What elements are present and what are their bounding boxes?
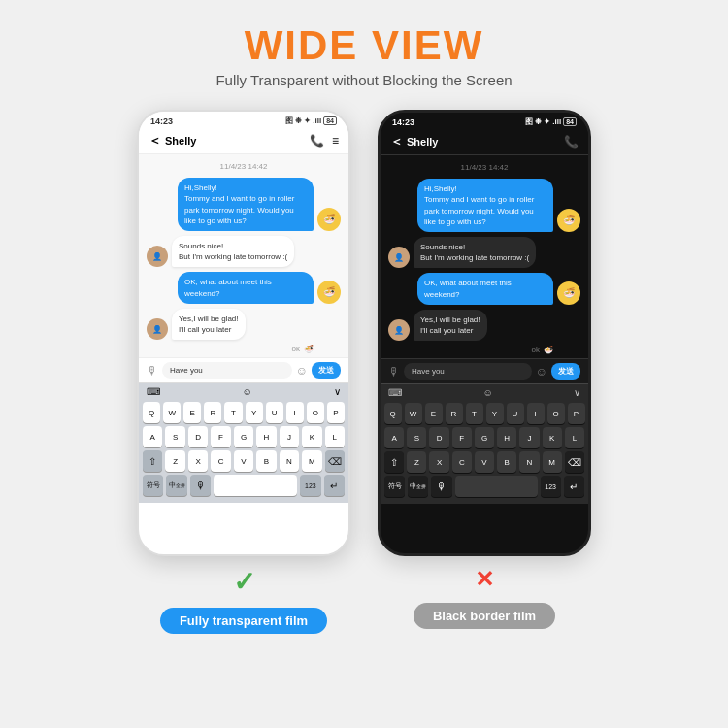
key-n-left[interactable]: N bbox=[280, 450, 299, 472]
key-t-right[interactable]: T bbox=[466, 403, 483, 424]
key-mic-right[interactable]: 🎙 bbox=[431, 476, 451, 497]
phone-icon-left[interactable]: 📞 bbox=[310, 134, 324, 148]
avatar-sent-2-left: 🍜 bbox=[317, 281, 341, 304]
key-r-right[interactable]: R bbox=[446, 403, 463, 424]
key-p-left[interactable]: P bbox=[327, 402, 345, 423]
key-a-right[interactable]: A bbox=[384, 427, 404, 448]
key-c-left[interactable]: C bbox=[211, 450, 230, 472]
key-n-right[interactable]: N bbox=[519, 451, 539, 473]
bubble-recv-1-right: Sounds nice!But I'm working late tomorro… bbox=[414, 237, 536, 268]
mic-icon-left[interactable]: 🎙 bbox=[147, 364, 158, 378]
back-arrow-right[interactable]: ＜ bbox=[390, 133, 403, 150]
key-l-right[interactable]: L bbox=[565, 427, 584, 448]
chat-header-right: ＜ Shelly 📞 bbox=[381, 129, 588, 155]
keyboard-row-4-left: 符号 中全拼 🎙 123 ↵ bbox=[143, 475, 345, 496]
kb-icon-3-left[interactable]: ∨ bbox=[334, 386, 341, 397]
status-icons-left: 图 ❉ ✦ .ill 84 bbox=[285, 116, 337, 126]
key-cn-left[interactable]: 中全拼 bbox=[166, 475, 186, 496]
key-f-left[interactable]: F bbox=[211, 426, 230, 447]
bubble-recv-1-left: Sounds nice!But I'm working late tomorro… bbox=[172, 236, 294, 267]
key-b-right[interactable]: B bbox=[497, 451, 516, 473]
key-y-right[interactable]: Y bbox=[486, 403, 504, 424]
key-j-left[interactable]: J bbox=[280, 426, 299, 447]
key-d-left[interactable]: D bbox=[188, 426, 208, 447]
key-k-left[interactable]: K bbox=[302, 426, 321, 447]
send-button-right[interactable]: 发送 bbox=[551, 363, 580, 380]
key-sym-left[interactable]: 符号 bbox=[143, 475, 163, 496]
cross-icon-right: ✕ bbox=[475, 566, 494, 593]
key-y-left[interactable]: Y bbox=[246, 402, 263, 423]
key-del-right[interactable]: ⌫ bbox=[565, 451, 584, 473]
key-123-left[interactable]: 123 bbox=[300, 475, 320, 496]
key-z-right[interactable]: Z bbox=[407, 451, 426, 473]
keyboard-row-2-right: A S D F G H J K L bbox=[384, 427, 584, 448]
kb-icon-2-right[interactable]: ☺ bbox=[482, 387, 492, 398]
key-f-right[interactable]: F bbox=[452, 427, 472, 448]
menu-icon-left[interactable]: ≡ bbox=[332, 134, 339, 148]
key-h-right[interactable]: H bbox=[497, 427, 516, 448]
key-sym-right[interactable]: 符号 bbox=[384, 476, 405, 497]
key-v-right[interactable]: V bbox=[475, 451, 494, 473]
key-a-left[interactable]: A bbox=[143, 426, 162, 447]
key-x-right[interactable]: X bbox=[429, 451, 448, 473]
input-field-right[interactable]: Have you bbox=[404, 363, 532, 380]
key-123-right[interactable]: 123 bbox=[541, 476, 561, 497]
key-enter-right[interactable]: ↵ bbox=[564, 476, 584, 497]
kb-icon-1-right[interactable]: ⌨ bbox=[388, 387, 402, 398]
key-e-right[interactable]: E bbox=[425, 403, 443, 424]
key-i-left[interactable]: I bbox=[286, 402, 304, 423]
key-r-left[interactable]: R bbox=[204, 402, 221, 423]
phone-left-wrapper: 14:23 图 ❉ ✦ .ill 84 ＜ Shelly 📞 ≡ 11/4/23… bbox=[137, 110, 350, 634]
keyboard-toolbar-right: ⌨ ☺ ∨ bbox=[381, 383, 588, 401]
key-s-right[interactable]: S bbox=[407, 427, 426, 448]
key-x-left[interactable]: X bbox=[188, 450, 208, 472]
kb-icon-2-left[interactable]: ☺ bbox=[242, 386, 251, 397]
key-enter-left[interactable]: ↵ bbox=[324, 475, 345, 496]
key-w-left[interactable]: W bbox=[163, 402, 181, 423]
key-q-right[interactable]: Q bbox=[384, 403, 402, 424]
key-g-left[interactable]: G bbox=[234, 426, 253, 447]
key-w-right[interactable]: W bbox=[405, 403, 422, 424]
input-field-left[interactable]: Have you bbox=[162, 362, 292, 379]
key-m-right[interactable]: M bbox=[543, 451, 562, 473]
key-space-left[interactable] bbox=[214, 475, 297, 496]
key-s-left[interactable]: S bbox=[165, 426, 184, 447]
emoji-icon-right[interactable]: ☺ bbox=[536, 365, 547, 379]
key-cn-right[interactable]: 中全拼 bbox=[408, 476, 428, 497]
key-l-left[interactable]: L bbox=[325, 426, 345, 447]
key-h-left[interactable]: H bbox=[256, 426, 276, 447]
key-p-right[interactable]: P bbox=[568, 403, 585, 424]
key-space-right[interactable] bbox=[455, 476, 538, 497]
key-m-left[interactable]: M bbox=[302, 450, 321, 472]
key-q-left[interactable]: Q bbox=[143, 402, 160, 423]
emoji-icon-left[interactable]: ☺ bbox=[296, 364, 308, 378]
key-t-left[interactable]: T bbox=[224, 402, 242, 423]
key-k-right[interactable]: K bbox=[543, 427, 562, 448]
key-g-right[interactable]: G bbox=[475, 427, 494, 448]
key-o-right[interactable]: O bbox=[547, 403, 565, 424]
key-u-left[interactable]: U bbox=[266, 402, 283, 423]
kb-icon-3-right[interactable]: ∨ bbox=[574, 387, 580, 398]
key-v-left[interactable]: V bbox=[234, 450, 253, 472]
page-header: WIDE VIEW Fully Transparent without Bloc… bbox=[215, 0, 512, 96]
ok-text-right: ok bbox=[532, 346, 540, 354]
key-i-right[interactable]: I bbox=[527, 403, 545, 424]
key-e-left[interactable]: E bbox=[183, 402, 201, 423]
key-j-right[interactable]: J bbox=[519, 427, 539, 448]
back-arrow-left[interactable]: ＜ bbox=[149, 132, 161, 149]
send-button-left[interactable]: 发送 bbox=[312, 362, 341, 379]
phone-icon-right[interactable]: 📞 bbox=[564, 135, 579, 149]
key-shift-right[interactable]: ⇧ bbox=[384, 451, 404, 473]
key-mic-left[interactable]: 🎙 bbox=[190, 475, 211, 496]
key-del-left[interactable]: ⌫ bbox=[325, 450, 345, 472]
key-z-left[interactable]: Z bbox=[165, 450, 184, 472]
kb-icon-1-left[interactable]: ⌨ bbox=[147, 386, 160, 397]
key-shift-left[interactable]: ⇧ bbox=[143, 450, 162, 472]
key-b-left[interactable]: B bbox=[256, 450, 276, 472]
key-u-right[interactable]: U bbox=[507, 403, 524, 424]
key-d-right[interactable]: D bbox=[429, 427, 448, 448]
key-c-right[interactable]: C bbox=[452, 451, 472, 473]
key-o-left[interactable]: O bbox=[307, 402, 324, 423]
mic-icon-right[interactable]: 🎙 bbox=[388, 365, 400, 379]
chat-header-actions-right: 📞 bbox=[564, 135, 579, 149]
